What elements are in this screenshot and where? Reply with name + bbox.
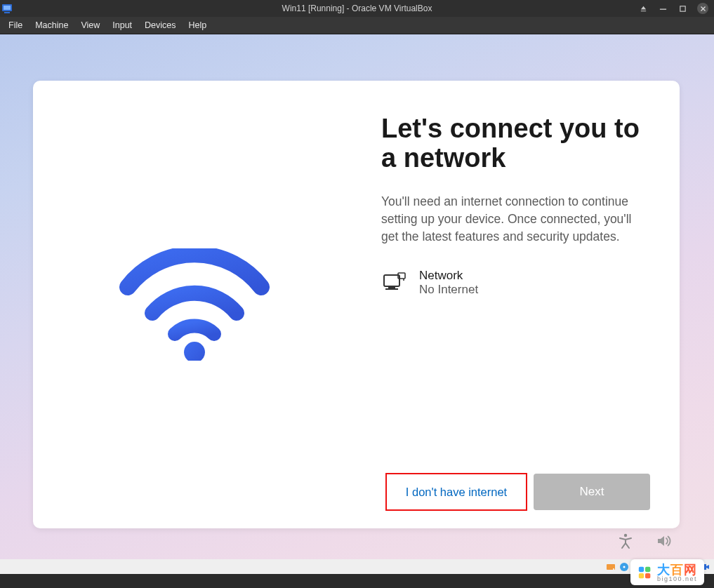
sb-hard-disk-icon[interactable] xyxy=(605,561,616,573)
vm-menubar: File Machine View Input Devices Help xyxy=(0,17,714,34)
watermark-brand: 大百网 xyxy=(657,563,697,576)
network-item[interactable]: Network No Internet xyxy=(381,266,649,300)
minimize-icon[interactable] xyxy=(658,4,668,13)
oobe-heading: Let's connect you to a network xyxy=(381,114,649,173)
ethernet-icon xyxy=(381,270,406,295)
eject-icon[interactable] xyxy=(638,4,648,13)
svg-rect-7 xyxy=(388,286,395,288)
svg-rect-26 xyxy=(645,573,650,578)
vm-statusbar xyxy=(0,559,714,574)
menu-devices[interactable]: Devices xyxy=(139,18,181,32)
next-button[interactable]: Next xyxy=(534,474,650,510)
svg-rect-8 xyxy=(385,288,398,290)
svg-point-5 xyxy=(184,342,205,361)
vm-window-title: Win11 [Running] - Oracle VM VirtualBox xyxy=(282,4,432,13)
no-internet-button[interactable]: I don't have internet xyxy=(386,474,527,510)
menu-view[interactable]: View xyxy=(75,18,105,32)
watermark-domain: big100.net xyxy=(657,576,697,582)
wifi-icon xyxy=(117,248,272,361)
svg-rect-25 xyxy=(639,573,644,578)
svg-point-14 xyxy=(613,568,614,570)
network-text: Network No Internet xyxy=(419,269,478,297)
oobe-illustration-pane xyxy=(33,81,356,528)
oobe-button-row: I don't have internet Next xyxy=(386,474,650,510)
svg-rect-6 xyxy=(384,275,399,286)
svg-rect-23 xyxy=(639,566,644,571)
oobe-content-pane: Let's connect you to a network You'll ne… xyxy=(356,81,680,528)
sb-disc-icon[interactable] xyxy=(619,561,630,573)
guest-accessibility-tray xyxy=(617,533,672,552)
svg-rect-24 xyxy=(645,566,650,571)
svg-rect-3 xyxy=(659,8,666,9)
vm-titlebar: Win11 [Running] - Oracle VM VirtualBox xyxy=(0,0,714,17)
menu-file[interactable]: File xyxy=(3,18,28,32)
svg-rect-2 xyxy=(4,12,10,13)
svg-point-12 xyxy=(624,534,627,537)
menu-machine[interactable]: Machine xyxy=(29,18,74,32)
network-status: No Internet xyxy=(419,283,478,297)
maximize-icon[interactable] xyxy=(677,4,687,13)
virtualbox-app-icon xyxy=(1,3,13,14)
menu-help[interactable]: Help xyxy=(183,18,213,32)
speaker-icon[interactable] xyxy=(655,533,672,552)
svg-rect-4 xyxy=(680,6,685,11)
svg-point-16 xyxy=(623,566,626,568)
network-name: Network xyxy=(419,269,478,283)
close-icon[interactable] xyxy=(697,3,708,14)
watermark: 大百网 big100.net xyxy=(630,559,704,585)
oobe-card: Let's connect you to a network You'll ne… xyxy=(33,81,680,528)
accessibility-icon[interactable] xyxy=(617,533,634,552)
guest-display: Let's connect you to a network You'll ne… xyxy=(0,34,714,559)
menu-input[interactable]: Input xyxy=(107,18,138,32)
svg-rect-1 xyxy=(4,6,11,10)
oobe-subtext: You'll need an internet connection to co… xyxy=(381,193,649,246)
vm-window-controls xyxy=(638,3,714,14)
watermark-logo-icon xyxy=(637,566,653,581)
